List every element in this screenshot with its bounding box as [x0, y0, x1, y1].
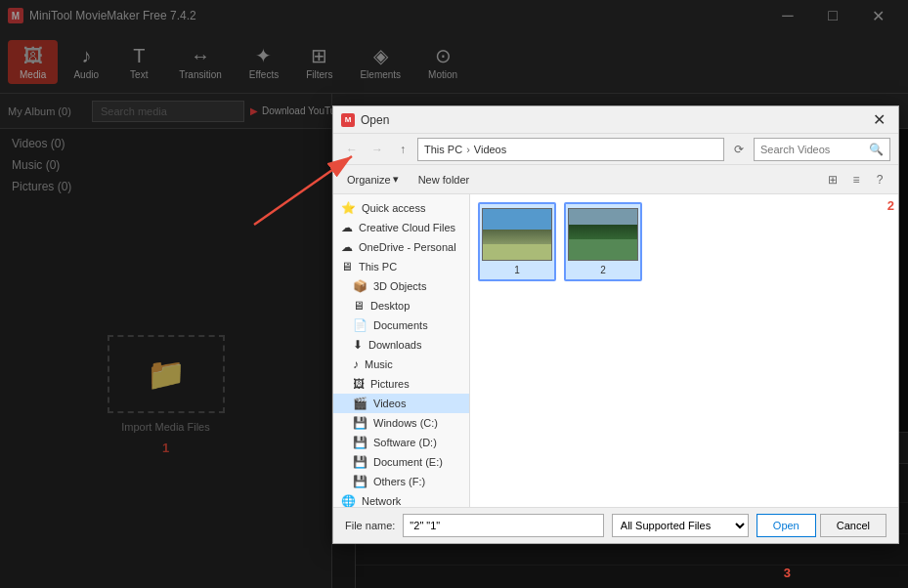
nav-icon: 🎬 — [353, 397, 368, 410]
dialog-body: ⭐Quick access☁Creative Cloud Files☁OneDr… — [333, 194, 898, 507]
back-button[interactable]: ← — [341, 139, 363, 160]
up-button[interactable]: ↑ — [392, 139, 413, 160]
file-name-2: 2 — [600, 265, 606, 275]
dialog-nav-others-f:[interactable]: 💾Others (F:) — [333, 472, 469, 491]
dialog-nav-document-e:[interactable]: 💾Document (E:) — [333, 452, 469, 472]
dialog-file-toolbar: Organize ▾ New folder ⊞ ≡ ? — [333, 165, 898, 194]
nav-icon: ☁ — [341, 240, 353, 254]
dialog-icon: M — [341, 113, 355, 127]
file-name-input[interactable] — [403, 514, 603, 537]
nav-icon: 💾 — [353, 416, 368, 430]
nav-icon: ♪ — [353, 357, 359, 371]
file-item-1[interactable]: 1 — [478, 202, 556, 281]
dialog-nav-quick-access[interactable]: ⭐Quick access — [333, 198, 469, 218]
nav-icon: 📦 — [353, 279, 368, 293]
nav-icon: 🖥 — [341, 260, 353, 273]
dialog-title-area: M Open — [341, 113, 389, 127]
view-list-button[interactable]: ≡ — [845, 169, 867, 190]
breadcrumb-sep1: › — [466, 144, 470, 155]
nav-icon: 💾 — [353, 455, 368, 469]
breadcrumb-videos: Videos — [474, 144, 506, 155]
new-folder-button[interactable]: New folder — [412, 172, 476, 188]
view-grid-button[interactable]: ⊞ — [822, 169, 843, 190]
nav-icon: ⬇ — [353, 338, 363, 352]
annotation-3: 3 — [784, 566, 791, 580]
dialog-nav-software-d:[interactable]: 💾Software (D:) — [333, 433, 469, 452]
dialog-nav-music[interactable]: ♪Music — [333, 355, 469, 374]
organize-button[interactable]: Organize ▾ — [341, 171, 405, 188]
cancel-button[interactable]: Cancel — [820, 514, 886, 537]
dialog-nav-videos[interactable]: 🎬Videos — [333, 394, 469, 413]
nav-icon: 💾 — [353, 475, 368, 488]
nav-icon: 📄 — [353, 318, 368, 332]
organize-dropdown-icon: ▾ — [393, 173, 399, 186]
nav-icon: ☁ — [341, 221, 353, 234]
dialog-action-buttons: Open Cancel — [757, 514, 886, 537]
dialog-nav-windows-c:[interactable]: 💾Windows (C:) — [333, 413, 469, 433]
file-type-select[interactable]: All Supported Files — [612, 514, 749, 537]
nav-icon: 💾 — [353, 436, 368, 449]
dialog-nav-downloads[interactable]: ⬇Downloads — [333, 335, 469, 355]
dialog-nav-this-pc[interactable]: 🖥This PC — [333, 257, 469, 276]
dialog-titlebar: M Open ✕ — [333, 106, 898, 134]
dialog-nav-bar: ← → ↑ This PC › Videos ⟳ 🔍 — [333, 134, 898, 165]
dialog-footer: File name: All Supported Files Open Canc… — [333, 507, 898, 543]
thumbnail-mountain — [483, 209, 551, 260]
dialog-content: 1 2 2 — [470, 194, 898, 507]
open-dialog: M Open ✕ ← → ↑ This PC › Videos ⟳ 🔍 Orga… — [332, 105, 899, 544]
view-buttons: ⊞ ≡ ? — [822, 169, 890, 190]
annotation-2: 2 — [887, 198, 894, 213]
view-help-button[interactable]: ? — [869, 169, 890, 190]
nav-icon: 🖥 — [353, 299, 365, 313]
search-icon: 🔍 — [869, 143, 884, 156]
file-thumb-2 — [568, 208, 638, 261]
dialog-nav-3d-objects[interactable]: 📦3D Objects — [333, 276, 469, 296]
dialog-close-button[interactable]: ✕ — [867, 108, 890, 132]
file-thumb-1 — [482, 208, 552, 261]
file-item-2[interactable]: 2 — [564, 202, 642, 281]
thumbnail-forest — [569, 209, 637, 260]
breadcrumb-thispc: This PC — [424, 144, 462, 155]
dialog-nav-desktop[interactable]: 🖥Desktop — [333, 296, 469, 315]
dialog-nav-documents[interactable]: 📄Documents — [333, 315, 469, 335]
dialog-nav-network[interactable]: 🌐Network — [333, 491, 469, 507]
open-button[interactable]: Open — [757, 514, 816, 537]
forward-button[interactable]: → — [367, 139, 388, 160]
nav-icon: 🖼 — [353, 377, 365, 391]
search-bar[interactable]: 🔍 — [754, 138, 890, 161]
dialog-nav-creative-cloud-files[interactable]: ☁Creative Cloud Files — [333, 218, 469, 237]
nav-icon: ⭐ — [341, 201, 356, 215]
nav-icon: 🌐 — [341, 494, 356, 507]
dialog-sidebar: ⭐Quick access☁Creative Cloud Files☁OneDr… — [333, 194, 470, 507]
file-name-1: 1 — [514, 265, 520, 275]
file-name-label: File name: — [345, 520, 395, 531]
breadcrumb-bar[interactable]: This PC › Videos — [417, 138, 724, 161]
refresh-button[interactable]: ⟳ — [728, 139, 750, 160]
dialog-nav-onedrive---personal[interactable]: ☁OneDrive - Personal — [333, 237, 469, 257]
search-field[interactable] — [760, 144, 865, 155]
dialog-nav-pictures[interactable]: 🖼Pictures — [333, 374, 469, 394]
